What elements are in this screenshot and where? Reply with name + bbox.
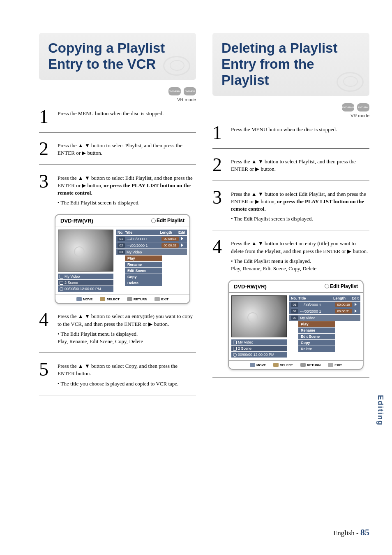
- badge-dvd-rw: DVD-RW: [184, 87, 196, 95]
- meta-scene: 2 Scene: [65, 281, 78, 285]
- footer-select: SELECT: [106, 297, 120, 301]
- row-title: ---/00/2000 1: [298, 303, 335, 307]
- right-badges: DVD-RAM DVD-RW: [212, 103, 369, 111]
- step-text: Press the ▲ ▼ button to select an entry(…: [58, 311, 196, 345]
- context-menu: Play Rename Edit Scene Copy Delete: [125, 255, 187, 286]
- ctx-play[interactable]: Play: [298, 321, 335, 327]
- meta-time: 00/00/00 12:00:00 PM: [238, 353, 274, 357]
- left-mode: VR mode: [39, 97, 196, 102]
- left-step-1: 1 Press the MENU button when the disc is…: [39, 109, 196, 125]
- row-title: ---/00/2000 1: [298, 309, 335, 313]
- right-title-block: Deleting a Playlist Entry from the Playl…: [212, 33, 369, 96]
- table-row[interactable]: 03 My Video: [116, 249, 187, 255]
- step-bullet: • The title you choose is played and cop…: [58, 380, 196, 388]
- step-number: 3: [212, 189, 225, 223]
- step-bullet: • The Edit Playlist screen is displayed.: [231, 215, 369, 223]
- footer-label: English -: [333, 529, 360, 537]
- page-number: 85: [360, 527, 369, 537]
- scene-icon: [233, 347, 237, 351]
- table-row[interactable]: 03 My Video: [289, 315, 360, 321]
- arrow-right-icon: [355, 303, 357, 306]
- col-length: Length: [160, 230, 177, 235]
- badge-dvd-ram: DVD-RAM: [342, 103, 354, 111]
- step-plain: Press the ▲ ▼ button to select an entry(…: [58, 313, 193, 327]
- screen-title: Edit Playlist: [157, 218, 184, 223]
- right-title: Deleting a Playlist Entry from the Playl…: [221, 40, 360, 88]
- ctx-delete[interactable]: Delete: [125, 280, 162, 286]
- meta-title: My Video: [238, 340, 253, 344]
- row-no: 01: [291, 302, 298, 307]
- arrow-right-icon: [181, 237, 183, 240]
- ctx-edit-scene[interactable]: Edit Scene: [125, 268, 162, 274]
- col-length: Length: [333, 296, 350, 300]
- ctx-rename[interactable]: Rename: [298, 327, 335, 333]
- video-icon: [60, 275, 63, 279]
- table-row[interactable]: 01 ---/00/2000 1 00:00:16: [289, 302, 360, 308]
- row-title: ---/00/2000 1: [125, 237, 161, 241]
- return-icon: [127, 297, 132, 301]
- ctx-copy[interactable]: Copy: [125, 274, 162, 280]
- left-step-5: 5 Press the ▲ ▼ button to select Copy, a…: [39, 361, 196, 388]
- select-icon: [273, 363, 279, 367]
- preview-thumbnail: [58, 230, 113, 272]
- row-len: 00:00:31: [335, 309, 352, 313]
- move-icon: [76, 297, 82, 301]
- step-number: 2: [212, 157, 225, 173]
- move-icon: [250, 363, 255, 367]
- ctx-rename[interactable]: Rename: [125, 262, 162, 267]
- left-step-2: 2 Press the ▲ ▼ button to select Playlis…: [39, 141, 196, 157]
- row-no: 02: [291, 309, 298, 313]
- step-bullet: • The Edit Playlist screen is displayed.: [58, 199, 196, 207]
- edit-playlist-screen: DVD-RW(VR) Edit Playlist My Video 2 Scen…: [55, 214, 190, 304]
- row-no: 01: [118, 237, 125, 241]
- meta-scene: 2 Scene: [238, 346, 251, 351]
- ctx-copy[interactable]: Copy: [298, 340, 335, 346]
- preview-thumbnail: [231, 295, 287, 337]
- side-tab-editing: Editing: [376, 395, 385, 426]
- step-text: Press the ▲ ▼ button to select Playlist,…: [58, 141, 196, 157]
- col-edit: Edit: [350, 296, 359, 300]
- clock-icon: [60, 287, 63, 291]
- footer-return: RETURN: [134, 297, 147, 301]
- page-footer: English - 85: [333, 527, 369, 538]
- ctx-edit-scene[interactable]: Edit Scene: [298, 334, 335, 339]
- row-len: 00:00:16: [161, 237, 179, 241]
- footer-return: RETURN: [307, 363, 321, 367]
- step-bullet: • The Edit Playlist menu is displayed. P…: [231, 258, 369, 272]
- exit-icon: [154, 297, 160, 301]
- footer-exit: EXIT: [161, 297, 168, 301]
- select-icon: [100, 297, 105, 301]
- meta-title: My Video: [65, 274, 80, 279]
- footer-exit: EXIT: [334, 363, 342, 367]
- ctx-play[interactable]: Play: [125, 255, 162, 261]
- right-step-2: 2 Press the ▲ ▼ button to select Playlis…: [212, 157, 369, 173]
- row-no: 02: [118, 243, 125, 248]
- step-number: 5: [39, 361, 51, 388]
- left-title-block: Copying a Playlist Entry to the VCR: [39, 33, 196, 80]
- right-step-4: 4 Press the ▲ ▼ button to select an entr…: [212, 239, 369, 272]
- step-text: Press the MENU button when the disc is s…: [231, 125, 369, 141]
- ctx-delete[interactable]: Delete: [298, 346, 335, 352]
- step-plain: Press the ▲ ▼ button to select Copy, and…: [58, 363, 178, 376]
- table-row[interactable]: 02 ---/00/2000 1 00:00:31: [289, 308, 360, 314]
- arrow-right-icon: [355, 309, 357, 313]
- table-row[interactable]: 01 ---/00/2000 1 00:00:16: [116, 236, 187, 242]
- row-no: 03: [118, 250, 125, 254]
- scene-icon: [60, 281, 63, 285]
- row-len: 00:00:16: [335, 302, 352, 307]
- table-row[interactable]: 02 ---/00/2000 1 00:00:31: [116, 242, 187, 248]
- step-text: Press the ▲ ▼ button to select an entry …: [231, 239, 369, 272]
- clock-icon: [233, 353, 237, 357]
- step-text: Press the ▲ ▼ button to select Playlist,…: [231, 157, 369, 173]
- step-number: 4: [39, 311, 51, 345]
- badge-dvd-ram: DVD-RAM: [168, 87, 181, 95]
- row-no: 03: [291, 316, 298, 320]
- row-len: 00:00:31: [161, 243, 179, 248]
- right-step-3: 3 Press the ▲ ▼ button to select Edit Pl…: [212, 189, 369, 223]
- disc-label: DVD-RW(VR): [234, 283, 267, 290]
- left-title: Copying a Playlist Entry to the VCR: [48, 40, 187, 72]
- arrow-right-icon: [181, 244, 183, 247]
- step-text: Press the ▲ ▼ button to select Edit Play…: [58, 173, 196, 207]
- step-number: 3: [39, 173, 51, 207]
- disc-icon: [151, 218, 156, 223]
